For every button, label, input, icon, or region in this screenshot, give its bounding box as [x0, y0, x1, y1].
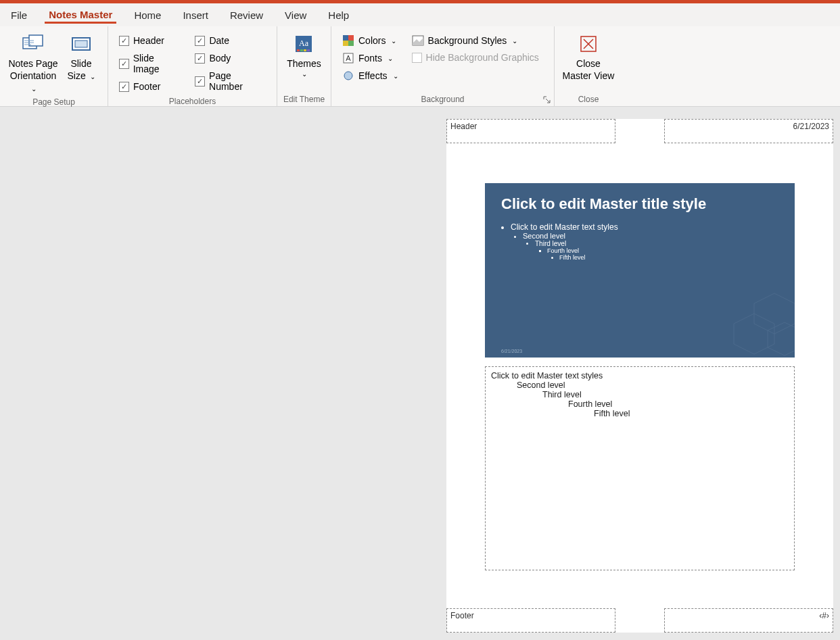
colors-button[interactable]: Colors ⌄ [340, 33, 401, 48]
pagenum-text: ‹#› [819, 611, 829, 620]
svg-point-19 [344, 72, 352, 80]
body-level-2: Second level [517, 380, 789, 390]
page-number-placeholder[interactable]: ‹#› [664, 608, 833, 633]
body-level-5: Fifth level [594, 409, 789, 418]
svg-text:Aa: Aa [299, 39, 309, 48]
orientation-icon [21, 33, 45, 55]
body-level-4: Fourth level [568, 399, 789, 409]
chevron-down-icon: ⌄ [393, 72, 398, 80]
menu-home[interactable]: Home [130, 7, 165, 24]
workspace[interactable]: Header 6/21/2023 Click to edit Master ti… [0, 107, 840, 640]
slide-image-placeholder[interactable]: Click to edit Master title style Click t… [485, 183, 795, 358]
placeholder-date-label: Date [209, 35, 229, 46]
group-label-edit-theme: Edit Theme [281, 93, 327, 106]
checkbox-icon [119, 59, 129, 69]
menu-bar: File Notes Master Home Insert Review Vie… [0, 3, 840, 26]
notes-orientation-label: Notes PageOrientation ⌄ [7, 57, 60, 95]
checkbox-icon [119, 36, 129, 46]
svg-rect-9 [297, 49, 300, 51]
effects-label: Effects [358, 70, 388, 81]
placeholder-footer-label: Footer [133, 81, 160, 92]
svg-rect-16 [348, 41, 354, 46]
ribbon: Notes PageOrientation ⌄ SlideSize ⌄ Page… [0, 26, 840, 107]
notes-page[interactable]: Header 6/21/2023 Click to edit Master ti… [446, 119, 833, 633]
svg-rect-13 [343, 35, 348, 41]
slide-size-icon [69, 33, 93, 55]
footer-text: Footer [450, 611, 474, 620]
checkbox-icon [195, 76, 205, 87]
chevron-down-icon: ⌄ [391, 37, 396, 45]
effects-button[interactable]: Effects ⌄ [340, 68, 401, 83]
effects-icon [342, 70, 354, 82]
date-placeholder[interactable]: 6/21/2023 [664, 119, 833, 143]
svg-text:A: A [346, 54, 351, 62]
svg-rect-12 [307, 49, 310, 51]
body-placeholder[interactable]: Click to edit Master text styles Second … [485, 366, 795, 570]
fonts-button[interactable]: A Fonts ⌄ [340, 51, 401, 66]
notes-page-orientation-button[interactable]: Notes PageOrientation ⌄ [4, 32, 62, 96]
close-master-label: CloseMaster View [563, 57, 615, 82]
menu-view[interactable]: View [281, 7, 310, 24]
close-icon [576, 33, 601, 55]
close-master-view-button[interactable]: CloseMaster View [560, 32, 617, 83]
group-edit-theme: Aa Themes ⌄ Edit Theme [277, 26, 331, 106]
checkbox-icon [412, 53, 422, 63]
placeholder-pagenumber-label: Page Number [209, 70, 266, 92]
footer-placeholder[interactable]: Footer [446, 608, 615, 633]
svg-rect-15 [343, 41, 348, 46]
placeholder-pagenumber-check[interactable]: Page Number [192, 68, 269, 94]
menu-file[interactable]: File [7, 7, 31, 24]
chevron-down-icon: ⌄ [512, 37, 517, 45]
background-styles-icon [412, 34, 424, 47]
chevron-down-icon: ⌄ [302, 70, 307, 78]
checkbox-icon [195, 36, 205, 46]
body-level-3: Third level [542, 390, 789, 399]
svg-rect-6 [75, 41, 87, 47]
themes-label: Themes [287, 57, 321, 70]
themes-button[interactable]: Aa Themes ⌄ [284, 32, 324, 80]
header-placeholder[interactable]: Header [446, 119, 615, 143]
group-label-close: Close [559, 93, 618, 106]
fonts-label: Fonts [358, 53, 382, 64]
checkbox-icon [195, 53, 205, 64]
svg-rect-14 [348, 35, 354, 41]
placeholder-header-label: Header [133, 35, 164, 46]
hide-bg-label: Hide Background Graphics [426, 52, 539, 63]
placeholder-slide-image-check[interactable]: Slide Image [116, 51, 184, 76]
dialog-launcher-icon[interactable] [543, 95, 551, 103]
svg-rect-11 [304, 49, 306, 51]
slide-size-button[interactable]: SlideSize ⌄ [62, 32, 100, 83]
group-background: Colors ⌄ A Fonts ⌄ Effects ⌄ [331, 26, 555, 106]
group-page-setup: Notes PageOrientation ⌄ SlideSize ⌄ Page… [0, 26, 108, 106]
hide-background-check: Hide Background Graphics [409, 51, 542, 64]
group-close: CloseMaster View Close [555, 26, 622, 106]
slide-size-label: SlideSize ⌄ [67, 57, 95, 82]
colors-icon [342, 34, 354, 47]
placeholder-slideimage-label: Slide Image [133, 53, 182, 74]
menu-notes-master[interactable]: Notes Master [45, 6, 116, 24]
placeholder-body-check[interactable]: Body [192, 51, 269, 66]
bg-styles-label: Background Styles [428, 35, 507, 46]
slide-title: Click to edit Master title style [501, 195, 778, 213]
menu-insert[interactable]: Insert [179, 7, 212, 24]
date-text: 6/21/2023 [793, 122, 829, 131]
header-text: Header [450, 122, 477, 131]
svg-marker-26 [768, 322, 795, 355]
menu-review[interactable]: Review [226, 7, 267, 24]
colors-label: Colors [358, 35, 386, 46]
fonts-icon: A [342, 52, 354, 64]
placeholder-body-label: Body [209, 53, 231, 64]
menu-help[interactable]: Help [324, 7, 353, 24]
placeholder-header-check[interactable]: Header [116, 33, 184, 48]
placeholder-date-check[interactable]: Date [192, 33, 269, 48]
placeholder-footer-check[interactable]: Footer [116, 79, 184, 94]
slide-text-levels: Click to edit Master text styles Second … [501, 222, 778, 261]
body-level-1: Click to edit Master text styles [491, 371, 789, 380]
themes-icon: Aa [291, 33, 316, 55]
slide-tiny-date: 6/21/2023 [501, 349, 522, 353]
background-styles-button[interactable]: Background Styles ⌄ [409, 33, 542, 48]
decorative-lines-icon [673, 276, 795, 358]
group-label-background: Background [335, 93, 550, 106]
checkbox-icon [119, 82, 129, 92]
group-placeholders: Header Slide Image Footer Date [108, 26, 277, 106]
